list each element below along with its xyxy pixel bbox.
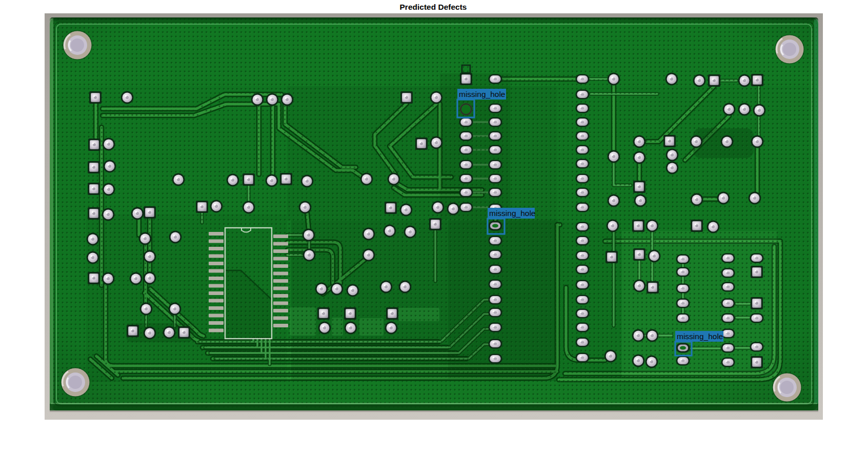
svg-text:missing_hole: missing_hole — [677, 332, 723, 341]
svg-text:missing_hole: missing_hole — [489, 209, 535, 218]
svg-text:missing_hole: missing_hole — [459, 90, 505, 99]
svg-text:Predicted Defects: Predicted Defects — [400, 3, 467, 11]
